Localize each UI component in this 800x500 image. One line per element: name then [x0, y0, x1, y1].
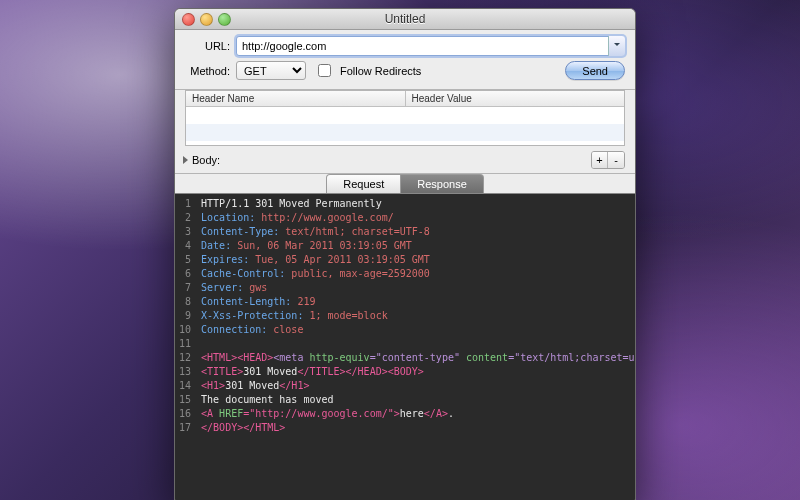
- response-body: HTTP/1.1 301 Moved Permanently Location:…: [197, 194, 635, 500]
- app-window: Untitled URL: Method: GET Follow Redirec…: [174, 8, 636, 500]
- col-header-name[interactable]: Header Name: [186, 91, 406, 106]
- table-body[interactable]: [186, 107, 624, 145]
- url-label: URL:: [185, 40, 230, 52]
- send-button[interactable]: Send: [565, 61, 625, 80]
- headers-table[interactable]: Header Name Header Value: [185, 90, 625, 146]
- disclosure-triangle-icon[interactable]: [183, 156, 188, 164]
- minimize-icon[interactable]: [200, 13, 213, 26]
- url-combo: [236, 36, 625, 56]
- response-pane[interactable]: 1 2 3 4 5 6 7 8 9 10 11 12 13 14 15 16 1…: [175, 194, 635, 500]
- traffic-lights: [182, 13, 231, 26]
- tab-request[interactable]: Request: [326, 174, 401, 193]
- add-remove-stepper: + -: [591, 151, 625, 169]
- titlebar: Untitled: [175, 9, 635, 30]
- method-label: Method:: [185, 65, 230, 77]
- request-form: URL: Method: GET Follow Redirects Send: [175, 30, 635, 90]
- add-header-button[interactable]: +: [592, 152, 608, 168]
- body-section: Body: + -: [175, 146, 635, 174]
- col-header-value[interactable]: Header Value: [406, 91, 625, 106]
- method-select[interactable]: GET: [236, 61, 306, 80]
- window-title: Untitled: [175, 12, 635, 26]
- close-icon[interactable]: [182, 13, 195, 26]
- tab-bar: Request Response: [175, 174, 635, 194]
- body-label: Body:: [192, 154, 220, 166]
- follow-redirects-label: Follow Redirects: [340, 65, 421, 77]
- line-gutter: 1 2 3 4 5 6 7 8 9 10 11 12 13 14 15 16 1…: [175, 194, 197, 500]
- zoom-icon[interactable]: [218, 13, 231, 26]
- tab-response[interactable]: Response: [401, 174, 484, 193]
- remove-header-button[interactable]: -: [608, 152, 624, 168]
- table-header-row: Header Name Header Value: [186, 91, 624, 107]
- follow-redirects-checkbox[interactable]: [318, 64, 331, 77]
- url-input[interactable]: [236, 36, 625, 56]
